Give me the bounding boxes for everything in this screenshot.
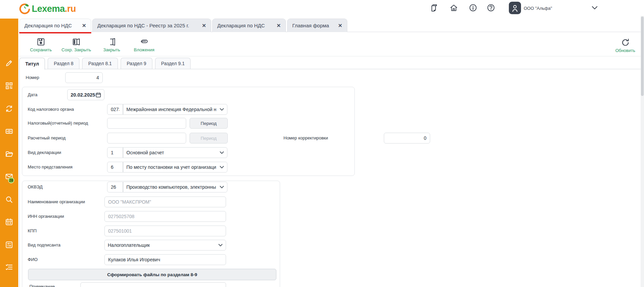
left-sidebar: 28: [0, 19, 18, 287]
window-tabbar: Декларация по НДС ✕ Декларация по НДС - …: [18, 19, 644, 33]
vertical-scrollbar[interactable]: [641, 16, 644, 287]
payments-icon[interactable]: [5, 127, 13, 135]
okved-select[interactable]: Производство компьютеров, электронны: [123, 182, 227, 192]
declaration-type-select[interactable]: Основной расчет: [123, 147, 227, 158]
generate-files-button[interactable]: Сформировать файлы по разделам 8-9: [28, 269, 276, 280]
okved-code-input[interactable]: [107, 182, 123, 192]
tab-close-icon[interactable]: ✕: [272, 23, 281, 29]
tasks-icon[interactable]: [5, 263, 13, 271]
subtab-razdel-8-1[interactable]: Раздел 8.1: [82, 58, 118, 69]
section-subtabs: Титул Раздел 8 Раздел 8.1 Раздел 9 Разде…: [19, 58, 191, 70]
note-label: Примечание: [29, 284, 55, 287]
declaration-type-code-input[interactable]: [107, 147, 123, 158]
lexema-logo[interactable]: Lexema.ru: [18, 3, 76, 15]
org-name-label: Наименование организации: [28, 199, 85, 204]
tab-close-icon[interactable]: ✕: [78, 23, 86, 29]
tab-declaration-nds-1[interactable]: Декларация по НДС ✕: [19, 19, 91, 32]
contracts-icon[interactable]: [430, 3, 439, 12]
save-close-icon: [72, 37, 81, 46]
folder-icon[interactable]: [5, 150, 13, 158]
scrollbar-thumb[interactable]: [641, 17, 644, 96]
chevron-down-icon: [220, 186, 224, 188]
number-label: Номер: [26, 75, 39, 80]
signer-type-label: Вид подписанта: [28, 242, 60, 247]
fio-label: ФИО: [28, 257, 38, 262]
chevron-down-icon: [218, 244, 223, 246]
user-icon: [511, 4, 519, 12]
logo-wordmark: Lexema.ru: [32, 4, 76, 14]
kpp-label: КПП: [28, 228, 36, 233]
paperclip-icon: [140, 37, 149, 46]
app-header: Lexema.ru ООО "Альфа": [0, 0, 644, 19]
calendar-icon[interactable]: [5, 218, 13, 226]
org-name-input[interactable]: [104, 197, 226, 207]
save-icon: [36, 37, 45, 46]
tab-main-form[interactable]: Главная форма ✕: [287, 19, 347, 32]
form-content: Титул Раздел 8 Раздел 8.1 Раздел 9 Разде…: [18, 56, 644, 287]
tab-declaration-registry[interactable]: Декларация по НДС - Реестр за 2025 г. ✕: [92, 19, 211, 32]
mail-badge[interactable]: 28: [8, 177, 14, 183]
correction-input[interactable]: [384, 133, 430, 144]
form-toolbar: Сохранить Сохр. Закрыть Закрыть Вложения…: [18, 33, 644, 56]
submission-place-label: Место представления: [28, 164, 73, 169]
submission-place-select[interactable]: По месту постановки на учет организаци: [123, 162, 227, 173]
save-close-button[interactable]: Сохр. Закрыть: [61, 37, 91, 52]
chevron-down-icon: [220, 108, 224, 111]
signer-type-select[interactable]: Налогоплательщик: [104, 240, 226, 251]
calc-period-button[interactable]: Период: [190, 133, 228, 144]
inn-label: ИНН организации: [28, 214, 64, 219]
date-label: Дата: [28, 92, 38, 97]
info-icon[interactable]: [469, 3, 477, 12]
user-avatar[interactable]: [509, 2, 521, 14]
subtab-titul[interactable]: Титул: [19, 58, 45, 70]
refresh-icon: [621, 38, 630, 47]
declaration-type-label: Вид декларации: [28, 150, 61, 155]
kpp-input[interactable]: [104, 226, 226, 236]
titul-panel: Номер Дата 20.02.2025 Код налогового орг…: [19, 69, 643, 287]
subtab-razdel-8[interactable]: Раздел 8: [48, 58, 79, 69]
save-button[interactable]: Сохранить: [29, 37, 53, 52]
calc-period-label: Расчетный период: [28, 135, 66, 140]
submission-place-code-input[interactable]: [107, 162, 123, 173]
inn-input[interactable]: [104, 211, 226, 222]
correction-label: Номер корректировки: [283, 135, 328, 140]
date-input[interactable]: 20.02.2025: [67, 89, 104, 100]
edit-icon[interactable]: [5, 59, 13, 67]
calendar-picker-icon[interactable]: [96, 92, 101, 98]
tax-authority-select[interactable]: Межрайонная инспекция Федеральной н: [123, 104, 227, 115]
tab-declaration-nds-2[interactable]: Декларация по НДС ✕: [212, 19, 286, 32]
qr-grid-icon[interactable]: [5, 82, 13, 90]
help-icon[interactable]: [487, 3, 495, 12]
note-textarea[interactable]: [80, 282, 226, 287]
tab-close-icon[interactable]: ✕: [334, 23, 342, 29]
subtab-razdel-9[interactable]: Раздел 9: [121, 58, 152, 69]
calc-period-input[interactable]: [107, 133, 186, 144]
chevron-down-icon: [220, 151, 224, 154]
fio-input[interactable]: [104, 254, 226, 265]
chevron-down-icon: [220, 166, 224, 168]
close-door-icon: [107, 37, 116, 46]
okved-label: ОКВЭД: [28, 184, 43, 189]
tax-authority-label: Код налогового органа: [28, 107, 74, 112]
tax-period-button[interactable]: Период: [190, 118, 228, 129]
subtab-razdel-9-1[interactable]: Раздел 9.1: [155, 58, 191, 69]
attachments-button[interactable]: Вложения: [132, 37, 156, 52]
current-org-label: ООО "Альфа": [524, 6, 552, 11]
settings-form-icon[interactable]: [5, 241, 13, 249]
search-icon[interactable]: [5, 195, 13, 204]
lexema-logo-icon: [18, 3, 30, 15]
sync-icon[interactable]: [5, 105, 13, 113]
close-button[interactable]: Закрыть: [100, 37, 124, 52]
home-icon[interactable]: [449, 3, 458, 12]
tax-period-input[interactable]: [107, 118, 186, 129]
chevron-down-icon[interactable]: [591, 5, 598, 10]
tab-close-icon[interactable]: ✕: [198, 23, 206, 29]
refresh-button[interactable]: Обновить: [615, 38, 635, 53]
number-input[interactable]: [65, 72, 103, 83]
tax-period-label: Налоговый(отчетный) период: [28, 121, 88, 126]
tax-authority-code-input[interactable]: [107, 104, 123, 115]
